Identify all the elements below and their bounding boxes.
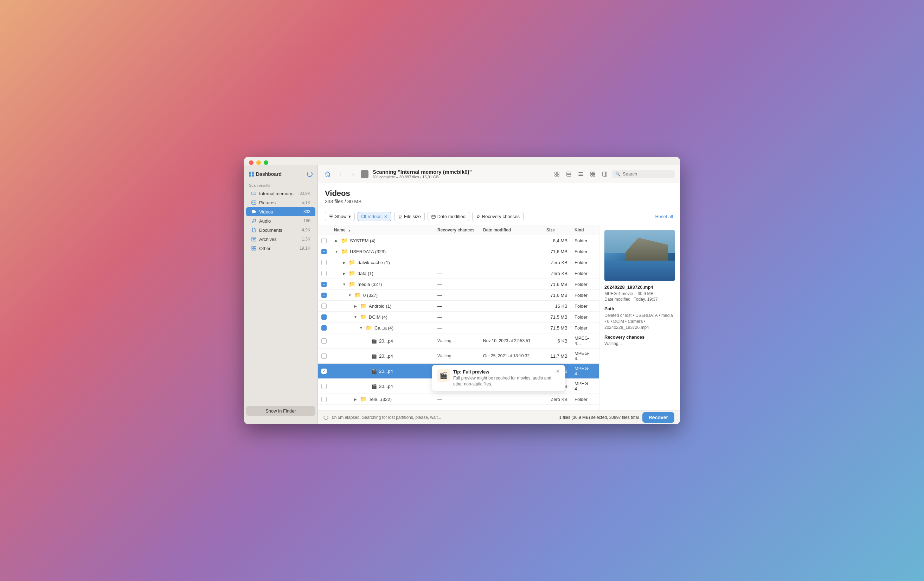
table-row[interactable]: ▶ 📁 Android (1) — 16 KB Folder [318, 301, 599, 312]
row-checkbox[interactable] [321, 260, 327, 265]
list-view-button[interactable] [576, 169, 586, 179]
expand-button[interactable]: ▼ [359, 325, 363, 330]
col-size-header[interactable]: Size [543, 225, 571, 235]
archive-icon [251, 236, 257, 242]
expand-button[interactable]: ▶ [342, 271, 346, 276]
col-check-header [318, 225, 330, 235]
row-checkbox[interactable] [321, 314, 327, 320]
expand-button[interactable]: ▶ [334, 238, 339, 243]
sidebar-item-videos-label: Videos [259, 209, 302, 215]
sidebar-item-other[interactable]: Other 19,1K [246, 244, 315, 253]
recover-button[interactable]: Recover [642, 412, 674, 423]
expand-button[interactable]: ▶ [342, 260, 346, 265]
videos-filter-close[interactable]: ✕ [384, 214, 388, 219]
row-checkbox[interactable] [321, 397, 327, 402]
sidebar-item-documents[interactable]: Documents 4,9K [246, 225, 315, 234]
search-input[interactable] [623, 171, 672, 177]
col-date-header[interactable]: Date modified [480, 225, 543, 235]
table-row[interactable]: ▼ 📁 media (327) — 71,6 MB Folder [318, 279, 599, 290]
row-checkbox[interactable] [321, 338, 327, 343]
show-filter-button[interactable]: Show ▾ [325, 212, 355, 221]
hdd-icon [251, 191, 257, 196]
svg-rect-23 [603, 172, 607, 176]
recovery-value: Waiting... [434, 333, 480, 348]
svg-point-1 [254, 193, 255, 194]
show-in-finder-button[interactable]: Show in Finder [246, 406, 315, 416]
row-checkbox[interactable] [321, 325, 327, 330]
row-checkbox[interactable] [321, 384, 327, 389]
home-button[interactable] [323, 169, 333, 179]
table-row[interactable]: 🎬 20...p4 Waiting... Oct 25, 2021 at 18:… [318, 348, 599, 364]
row-checkbox[interactable] [321, 249, 327, 254]
videos-filter-button[interactable]: Videos ✕ [358, 212, 392, 221]
row-checkbox[interactable] [321, 353, 327, 359]
folder-icon: 📁 [349, 270, 355, 276]
dashboard-button[interactable]: Dashboard [249, 171, 282, 177]
scan-title: Scanning "Internal memory (mmcblk0)" [373, 169, 549, 175]
row-checkbox[interactable] [321, 292, 327, 298]
table-row[interactable]: ▼ 📁 DCIM (4) — 71,5 MB Folder [318, 312, 599, 322]
row-checkbox[interactable] [321, 271, 327, 276]
file-view-button[interactable] [552, 169, 562, 179]
folder-icon: 📁 [355, 292, 361, 298]
tip-close-button[interactable]: ✕ [556, 368, 560, 374]
preview-date: Date modified Today, 19:37 [604, 297, 675, 302]
sidebar-item-audio[interactable]: Audio 166 [246, 216, 315, 225]
col-recovery-header[interactable]: Recovery chances [434, 225, 480, 235]
svg-rect-9 [253, 239, 254, 240]
table-row[interactable]: ▶ 📁 SYSTEM (4) — 8,4 MB Folder [318, 235, 599, 246]
col-kind-header[interactable]: Kind [571, 225, 599, 235]
folder-view-button[interactable] [564, 169, 574, 179]
row-checkbox[interactable] [321, 304, 327, 309]
date-value [480, 257, 543, 268]
sidebar-item-internal-memory[interactable]: Internal memory... 30,9K [246, 189, 315, 198]
kind-value: MPEG-4... [571, 364, 599, 379]
preview-path-value: Deleted or lost • USERDATA • media • 0 •… [604, 313, 675, 330]
row-checkbox[interactable] [321, 282, 327, 287]
sidebar-item-archives[interactable]: Archives 1,3K [246, 234, 315, 244]
expand-button[interactable]: ▼ [347, 292, 352, 297]
sidebar-toggle-button[interactable] [600, 169, 610, 179]
table-row[interactable]: ▼ 📁 Ca...a (4) — 71,5 MB Folder [318, 322, 599, 333]
recovery-value: — [434, 301, 480, 312]
table-row[interactable]: ▶ 📁 data (1) — Zero KB Folder [318, 268, 599, 279]
sidebar-item-internal-memory-count: 30,9K [300, 191, 310, 196]
recovery-chances-filter-button[interactable]: Recovery chances [472, 212, 523, 221]
expand-button[interactable]: ▼ [353, 314, 358, 319]
table-row[interactable]: ▶ 📁 dalvik-cache (1) — Zero KB Folder [318, 257, 599, 268]
expand-button[interactable]: ▶ [353, 397, 358, 402]
preview-panel: 20240228_193726.mp4 MPEG-4 movie – 30,9 … [599, 225, 680, 410]
file-size-filter-button[interactable]: File size [394, 212, 425, 221]
date-modified-filter-button[interactable]: Date modified [427, 212, 469, 221]
other-icon [251, 246, 257, 251]
table-row[interactable]: ▼ 📁 USERDATA (329) — 71,6 MB Folder [318, 246, 599, 257]
sidebar-item-documents-label: Documents [259, 228, 300, 233]
sidebar-item-archives-label: Archives [259, 237, 300, 242]
expand-button[interactable]: ▼ [334, 249, 339, 254]
stop-scan-button[interactable] [361, 170, 368, 178]
maximize-button[interactable] [264, 160, 268, 165]
close-button[interactable] [249, 160, 254, 165]
back-button[interactable]: ‹ [335, 169, 345, 179]
forward-button[interactable]: › [348, 169, 358, 179]
sidebar-item-videos[interactable]: Videos 333 [246, 207, 315, 216]
sidebar-item-pictures[interactable]: Pictures 5,1K [246, 198, 315, 207]
col-name-header[interactable]: Name ▲ [330, 225, 434, 235]
table-row[interactable]: ▶ 📁 Tele...(322) — Zero KB Folder [318, 394, 599, 405]
table-row[interactable]: ▼ 📁 0 (327) — 71,6 MB Folder [318, 290, 599, 301]
row-checkbox[interactable] [321, 368, 327, 374]
reset-all-button[interactable]: Reset all [655, 214, 673, 219]
expand-button[interactable]: ▶ [353, 304, 358, 309]
expand-button[interactable]: ▼ [342, 282, 346, 287]
table-row[interactable]: 🎬 20...p4 Waiting... Nov 10, 2023 at 22:… [318, 333, 599, 348]
size-value: 71,5 MB [543, 312, 571, 322]
svg-rect-20 [593, 172, 595, 174]
grid-view-button[interactable] [588, 169, 598, 179]
sidebar-item-other-count: 19,1K [300, 246, 310, 251]
recovery-value: — [434, 290, 480, 301]
recovery-chances-filter-label: Recovery chances [482, 214, 520, 219]
minimize-button[interactable] [256, 160, 261, 165]
sidebar-item-audio-label: Audio [259, 218, 302, 224]
sidebar-item-pictures-count: 5,1K [302, 200, 310, 205]
row-checkbox[interactable] [321, 238, 327, 243]
